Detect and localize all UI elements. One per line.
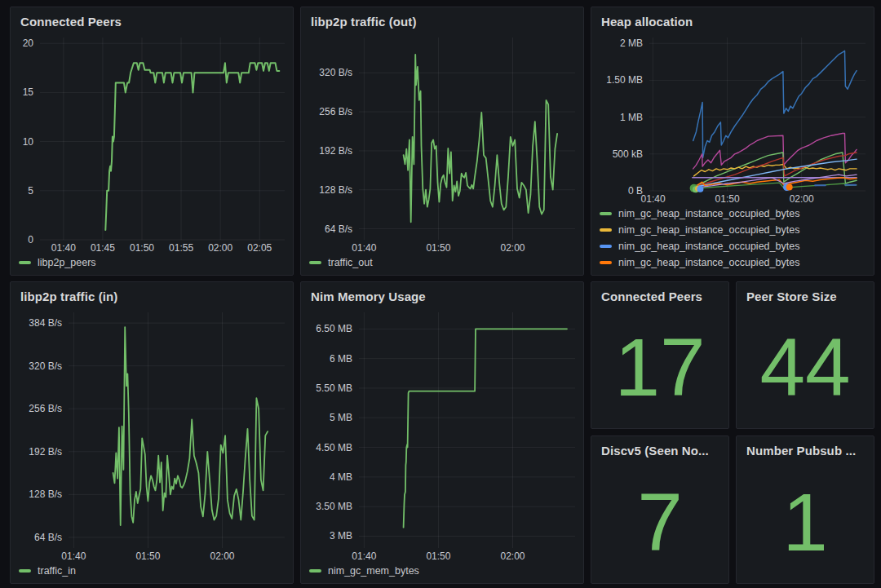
traffic-in-chart[interactable]: 64 B/s128 B/s192 B/s256 B/s320 B/s384 B/…	[15, 306, 288, 563]
chart-canvas: 64 B/s128 B/s192 B/s256 B/s320 B/s384 B/…	[15, 306, 288, 563]
heap-allocation-chart[interactable]: 0 B500 kB1 MB1.50 MB2 MB01:4001:5002:00	[596, 31, 869, 206]
series-color-dash	[600, 228, 612, 232]
legend-item[interactable]: traffic_in	[19, 565, 285, 577]
panel-title[interactable]: Nim Memory Usage	[301, 282, 583, 306]
series-line	[694, 175, 857, 188]
y-axis: 3 MB3.50 MB4 MB4.50 MB5 MB5.50 MB6 MB6.5…	[316, 323, 575, 542]
panel-stat-connected-peers: Connected Peers 17	[591, 281, 729, 429]
chart-canvas: 0 B500 kB1 MB1.50 MB2 MB01:4001:5002:00	[596, 31, 869, 206]
panel-stat-peer-store-size: Peer Store Size 44	[736, 281, 874, 429]
svg-text:6 MB: 6 MB	[330, 353, 352, 365]
svg-text:10: 10	[23, 136, 34, 148]
panel-connected-peers-graph: Connected Peers 0510152001:4001:4501:500…	[10, 7, 294, 276]
svg-text:01:40: 01:40	[61, 550, 86, 562]
stat-value-pubsub: 1	[782, 481, 828, 563]
svg-text:01:50: 01:50	[135, 550, 160, 562]
panel-libp2p-traffic-in: libp2p traffic (in) 64 B/s128 B/s192 B/s…	[10, 281, 294, 584]
chart-canvas: 64 B/s128 B/s192 B/s256 B/s320 B/s01:400…	[306, 31, 578, 254]
grafana-dashboard: Connected Peers 0510152001:4001:4501:500…	[0, 0, 881, 588]
svg-text:64 B/s: 64 B/s	[325, 223, 352, 235]
svg-text:02:00: 02:00	[500, 242, 525, 254]
chart-canvas: 3 MB3.50 MB4 MB4.50 MB5 MB5.50 MB6 MB6.5…	[306, 306, 578, 563]
svg-text:01:55: 01:55	[169, 242, 193, 254]
svg-text:02:05: 02:05	[247, 242, 272, 254]
svg-text:5 MB: 5 MB	[330, 412, 352, 423]
legend-item[interactable]: traffic_out	[309, 257, 575, 268]
svg-text:0: 0	[28, 234, 33, 245]
nim-memory-chart[interactable]: 3 MB3.50 MB4 MB4.50 MB5 MB5.50 MB6 MB6.5…	[306, 306, 578, 563]
legend: traffic_in	[11, 563, 293, 583]
panel-title[interactable]: Connected Peers	[591, 282, 728, 306]
stat-value-discv5: 7	[637, 481, 683, 563]
legend-item[interactable]: nim_gc_heap_instance_occupied_bytes	[600, 241, 866, 252]
series-line	[693, 134, 857, 169]
svg-text:1 MB: 1 MB	[620, 112, 643, 123]
legend-item[interactable]: nim_gc_heap_instance_occupied_bytes	[600, 208, 866, 219]
svg-text:128 B/s: 128 B/s	[29, 489, 62, 500]
legend-item[interactable]: nim_gc_heap_instance_occupied_bytes	[600, 257, 866, 268]
svg-text:4.50 MB: 4.50 MB	[316, 442, 352, 453]
legend-label: nim_gc_heap_instance_occupied_bytes	[618, 241, 799, 252]
svg-text:01:40: 01:40	[352, 242, 376, 254]
svg-text:320 B/s: 320 B/s	[29, 360, 62, 372]
legend: libp2p_peers	[11, 254, 293, 275]
traffic-out-chart[interactable]: 64 B/s128 B/s192 B/s256 B/s320 B/s01:400…	[306, 31, 578, 254]
svg-text:192 B/s: 192 B/s	[29, 446, 62, 458]
legend-item[interactable]: libp2p_peers	[19, 257, 285, 268]
stat-value-wrap: 7	[591, 460, 728, 583]
svg-text:02:00: 02:00	[500, 550, 525, 562]
svg-text:01:40: 01:40	[352, 550, 376, 562]
svg-text:01:40: 01:40	[51, 242, 76, 254]
panel-title[interactable]: Heap allocation	[591, 7, 874, 31]
x-axis: 01:4001:4501:5001:5502:0002:05	[51, 38, 272, 254]
stat-value-connected-peers: 17	[614, 326, 705, 408]
svg-text:320 B/s: 320 B/s	[319, 67, 352, 78]
legend-label: traffic_out	[328, 257, 373, 268]
panel-title[interactable]: libp2p traffic (out)	[301, 7, 583, 31]
svg-text:192 B/s: 192 B/s	[319, 145, 352, 157]
series-color-dash	[600, 245, 612, 248]
svg-text:15: 15	[23, 86, 34, 98]
svg-text:4 MB: 4 MB	[330, 471, 352, 483]
series-line	[105, 63, 279, 230]
panel-stat-pubsub-topics: Number Pubsub ... 1	[736, 435, 874, 584]
legend-label: nim_gc_heap_instance_occupied_bytes	[618, 224, 799, 236]
panel-title[interactable]: Discv5 (Seen No...	[591, 436, 728, 460]
svg-text:01:45: 01:45	[91, 242, 115, 254]
svg-text:256 B/s: 256 B/s	[29, 403, 62, 414]
y-axis: 0 B500 kB1 MB1.50 MB2 MB	[606, 38, 866, 197]
svg-text:1.50 MB: 1.50 MB	[606, 74, 643, 86]
legend-item[interactable]: nim_gc_mem_bytes	[309, 565, 575, 577]
svg-text:500 kB: 500 kB	[613, 148, 643, 160]
svg-text:02:00: 02:00	[208, 242, 232, 254]
legend-label: nim_gc_mem_bytes	[328, 565, 419, 577]
panel-title[interactable]: Connected Peers	[11, 7, 293, 31]
series-point	[786, 184, 793, 191]
svg-text:5: 5	[28, 185, 33, 197]
series-color-dash	[600, 261, 612, 264]
series-line	[694, 165, 857, 176]
series-point	[697, 186, 703, 192]
legend-label: traffic_in	[38, 565, 76, 577]
svg-text:3.50 MB: 3.50 MB	[316, 501, 352, 512]
svg-text:64 B/s: 64 B/s	[34, 532, 62, 543]
legend-item[interactable]: nim_gc_heap_instance_occupied_bytes	[600, 224, 866, 236]
connected-peers-chart[interactable]: 0510152001:4001:4501:5001:5502:0002:05	[15, 31, 288, 254]
panel-libp2p-traffic-out: libp2p traffic (out) 64 B/s128 B/s192 B/…	[300, 7, 584, 276]
svg-text:01:40: 01:40	[641, 193, 666, 205]
legend: nim_gc_heap_instance_occupied_bytesnim_g…	[591, 206, 874, 275]
svg-text:02:00: 02:00	[210, 550, 234, 562]
panel-title[interactable]: libp2p traffic (in)	[11, 282, 293, 306]
x-axis: 01:4001:5002:00	[352, 312, 525, 562]
svg-text:3 MB: 3 MB	[330, 530, 352, 542]
svg-text:256 B/s: 256 B/s	[319, 106, 352, 117]
svg-text:128 B/s: 128 B/s	[319, 184, 352, 196]
x-axis: 01:4001:5002:00	[352, 38, 525, 254]
legend-label: nim_gc_heap_instance_occupied_bytes	[618, 257, 799, 268]
svg-text:20: 20	[23, 38, 34, 49]
stat-value-wrap: 17	[591, 306, 728, 428]
stat-value-peer-store-size: 44	[759, 326, 850, 408]
panel-nim-memory-usage: Nim Memory Usage 3 MB3.50 MB4 MB4.50 MB5…	[300, 281, 584, 584]
panel-title[interactable]: Peer Store Size	[737, 282, 874, 306]
panel-title[interactable]: Number Pubsub ...	[737, 436, 874, 460]
